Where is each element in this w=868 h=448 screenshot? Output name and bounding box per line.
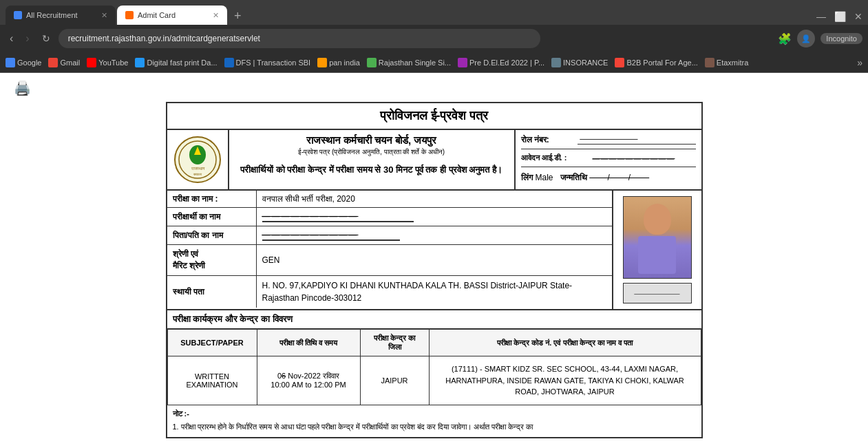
more-bookmarks-icon[interactable]: »	[857, 57, 862, 68]
bookmark-dfs[interactable]: DFS | Transaction SBI	[224, 58, 311, 67]
extensions-icon: 🧩	[778, 32, 792, 45]
bookmark-b2b[interactable]: B2B Portal For Age...	[615, 58, 697, 67]
incognito-badge: Incognito	[821, 33, 862, 44]
candidate-name-value: ——————————	[262, 211, 414, 222]
category-value: GEN	[257, 245, 612, 275]
schedule-section: परीक्षा कार्यक्रम और केन्द्र का विवरण SU…	[167, 310, 701, 405]
forward-button[interactable]: ›	[21, 31, 33, 46]
maximize-button[interactable]: ⬜	[834, 11, 846, 22]
category-label: श्रेणी एवं मैरिट श्रेणी	[167, 245, 257, 275]
tab-favicon-admit-card	[125, 11, 134, 19]
table-row: WRITTENEXAMINATION 06 Nov-2022 रविवार10:…	[167, 356, 701, 405]
note-label: नोट :-	[173, 409, 696, 418]
bookmark-pan[interactable]: pan india	[317, 58, 360, 67]
bookmark-digital-icon	[135, 58, 145, 67]
exam-notice: परीक्षार्थियों को परीक्षा केन्द्र में पर…	[236, 163, 507, 177]
bookmark-dfs-label: DFS | Transaction SBI	[236, 58, 311, 67]
profile-icon[interactable]: 👤	[797, 30, 815, 47]
page-title: प्रोविजनल ई-प्रवेश पत्र	[167, 103, 701, 130]
col-subject: SUBJECT/PAPER	[167, 330, 257, 356]
exam-name-value: वनपाल सीधी भर्ती परीक्षा, 2020	[257, 191, 612, 207]
father-name-value: ——————————	[262, 230, 400, 241]
bookmark-rajasthan[interactable]: Rajasthan Single Si...	[367, 58, 451, 67]
gender-label: लिंग	[521, 173, 533, 182]
bookmark-b2b-icon	[615, 58, 624, 67]
candidate-signature: ——————	[623, 283, 692, 303]
svg-text:सरकार: सरकार	[193, 172, 202, 176]
tab-favicon-all-recruitment	[14, 11, 22, 19]
org-logo: राजस्थान सरकार	[167, 130, 229, 189]
svg-text:राजस्थान: राजस्थान	[190, 167, 204, 171]
gender-value: Male	[536, 173, 553, 182]
admit-card: प्रोविजनल ई-प्रवेश पत्र राजस्थान सरकार र…	[166, 102, 703, 438]
bookmark-predeleds-icon	[458, 58, 467, 67]
minimize-button[interactable]: —	[816, 11, 826, 22]
bookmark-insurance[interactable]: INSORANCE	[551, 58, 608, 67]
address-label: स्थायी पता	[167, 276, 257, 308]
tab-label-all-recruitment: All Recruitment	[26, 11, 78, 19]
bookmark-etax-label: Etaxmitra	[717, 58, 748, 67]
schedule-title: परीक्षा कार्यक्रम और केन्द्र का विवरण	[167, 310, 701, 329]
roll-label: रोल नंबर:	[521, 135, 578, 145]
col-district: परीक्षा केन्द्र काजिला	[360, 330, 429, 356]
org-name: राजस्थान कर्मचारी चयन बोर्ड, जयपुर	[236, 134, 507, 147]
dob-label: जन्मतिथि	[560, 173, 587, 182]
bookmark-insurance-icon	[551, 58, 561, 67]
bookmark-rajasthan-label: Rajasthan Single Si...	[379, 58, 451, 67]
org-subtitle: ई-प्रवेश पत्र (प्रोविजनल अनुमति, पात्रता…	[236, 148, 507, 156]
bookmark-gmail-icon	[48, 58, 58, 67]
bookmark-google[interactable]: Google	[6, 58, 41, 67]
address-bar[interactable]	[59, 29, 540, 48]
bookmark-gmail-label: Gmail	[60, 58, 80, 67]
note-text: 1. परीक्षा प्रारम्भ होने के निर्धारित सम…	[173, 421, 696, 434]
row-center-info: (17111) - SMART KIDZ SR. SEC SCHOOL, 43-…	[429, 356, 701, 405]
close-window-button[interactable]: ✕	[854, 11, 862, 22]
row-district: JAIPUR	[360, 356, 429, 405]
bookmark-etax[interactable]: Etaxmitra	[705, 58, 748, 67]
back-button[interactable]: ‹	[6, 31, 17, 46]
roll-value: ——————	[578, 134, 696, 145]
bookmark-pan-label: pan india	[329, 58, 360, 67]
tab-label-admit-card: Admit Card	[138, 11, 176, 19]
tab-admit-card[interactable]: Admit Card ✕	[117, 6, 227, 25]
exam-name-label: परीक्षा का नाम :	[167, 191, 257, 207]
dob-value: ——/——/——	[590, 173, 650, 182]
photo-section: ——————	[612, 191, 701, 309]
bookmark-digital-label: Digital fast print Da...	[147, 58, 217, 67]
tab-all-recruitment[interactable]: All Recruitment ✕	[6, 6, 116, 25]
bookmark-b2b-label: B2B Portal For Age...	[626, 58, 697, 67]
bookmark-insurance-label: INSORANCE	[563, 58, 608, 67]
bookmark-predeleds-label: Pre D.El.Ed 2022 | P...	[469, 58, 544, 67]
app-id-label: आवेदन आई.डी. :	[521, 153, 590, 162]
tab-close-all-recruitment[interactable]: ✕	[101, 11, 107, 20]
row-subject: WRITTENEXAMINATION	[167, 356, 257, 405]
bookmark-dfs-icon	[224, 58, 234, 67]
bookmark-youtube-label: YouTube	[98, 58, 128, 67]
candidate-name-label: परीक्षार्थी का नाम	[167, 208, 257, 226]
bookmark-google-icon	[6, 58, 15, 67]
address-value: H. NO. 97,KAPDIYO KI DHANI KUNTHADA KALA…	[257, 276, 612, 308]
col-center-info: परीक्षा केन्द्र कोड नं. एवं परीक्षा केन्…	[429, 330, 701, 356]
father-name-label: पिता/पति का नाम	[167, 226, 257, 244]
schedule-table: SUBJECT/PAPER परीक्षा की तिथि व समय परीक…	[167, 329, 701, 405]
row-date-time: 06 Nov-2022 रविवार10:00 AM to 12:00 PM	[257, 356, 360, 405]
bookmark-etax-icon	[705, 58, 714, 67]
reload-button[interactable]: ↻	[38, 32, 54, 45]
notes-section: नोट :- 1. परीक्षा प्रारम्भ होने के निर्ध…	[167, 405, 701, 438]
tab-close-admit-card[interactable]: ✕	[213, 11, 219, 20]
col-date-time: परीक्षा की तिथि व समय	[257, 330, 360, 356]
bookmark-youtube[interactable]: YouTube	[87, 58, 128, 67]
bookmark-rajasthan-icon	[367, 58, 377, 67]
bookmark-predeleds[interactable]: Pre D.El.Ed 2022 | P...	[458, 58, 544, 67]
bookmark-youtube-icon	[87, 58, 96, 67]
bookmark-digital[interactable]: Digital fast print Da...	[135, 58, 217, 67]
print-icon[interactable]: 🖨️	[14, 81, 31, 96]
bookmark-google-label: Google	[17, 58, 41, 67]
candidate-photo	[623, 196, 692, 279]
bookmark-gmail[interactable]: Gmail	[48, 58, 80, 67]
new-tab-button[interactable]: +	[229, 9, 247, 23]
app-id-value: ——————————	[590, 154, 696, 162]
bookmark-pan-icon	[317, 58, 327, 67]
